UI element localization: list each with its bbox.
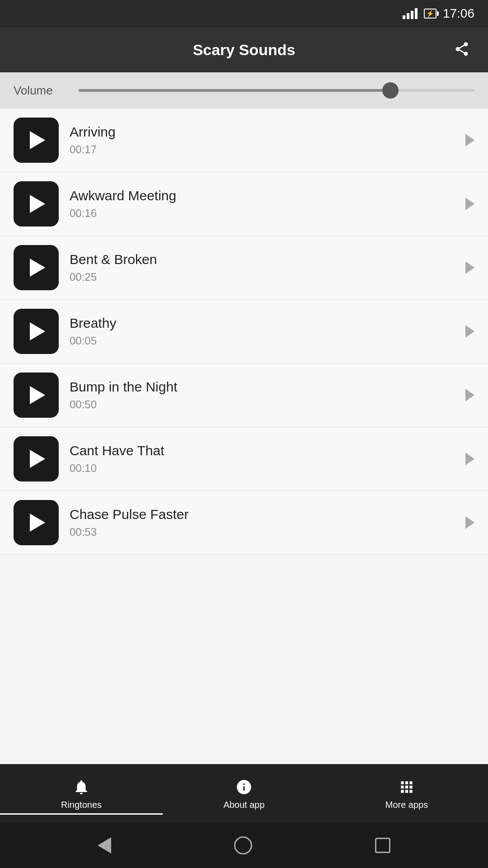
sound-info: Bump in the Night 00:50 [59,379,465,411]
sound-item[interactable]: Bump in the Night 00:50 [0,363,488,427]
sound-duration: 00:05 [70,335,455,347]
play-button-0[interactable] [14,118,59,163]
bell-icon [71,777,91,797]
status-time: 17:06 [443,6,474,21]
sound-duration: 00:17 [70,143,455,156]
play-icon [30,514,45,532]
sound-info: Awkward Meeting 00:16 [59,188,465,220]
back-icon [98,837,111,854]
sound-duration: 00:16 [70,207,455,220]
play-button-4[interactable] [14,373,59,418]
sound-duration: 00:50 [70,398,455,411]
share-button[interactable] [449,37,474,63]
chevron-right-icon [465,453,474,465]
play-icon [30,131,45,149]
recents-button[interactable] [375,838,390,853]
share-icon [454,41,470,57]
sound-item[interactable]: Breathy 00:05 [0,300,488,363]
sound-name: Arriving [70,124,455,140]
grid-icon [397,777,417,797]
play-icon [30,322,45,340]
sound-name: Awkward Meeting [70,188,455,203]
sound-info: Arriving 00:17 [59,124,465,156]
chevron-right-icon [465,198,474,210]
sound-duration: 00:53 [70,526,455,538]
status-icons: ⚡ 17:06 [403,6,474,21]
chevron-right-icon [465,325,474,338]
info-icon [234,777,254,797]
sound-name: Breathy [70,316,455,331]
chevron-right-icon [465,516,474,529]
page-title: Scary Sounds [193,41,296,59]
nav-ringtones[interactable]: Ringtones [0,773,163,815]
status-bar: ⚡ 17:06 [0,0,488,27]
home-button[interactable] [234,836,252,854]
play-button-3[interactable] [14,309,59,354]
sound-item[interactable]: Cant Have That 00:10 [0,427,488,491]
play-icon [30,386,45,404]
play-icon [30,195,45,213]
chevron-right-icon [465,134,474,146]
nav-about-label: About app [223,800,264,810]
volume-slider[interactable] [79,89,474,92]
volume-label: Volume [14,84,68,98]
sound-name: Bump in the Night [70,379,455,395]
signal-icon [403,8,418,19]
recents-icon [375,838,390,853]
sound-item[interactable]: Arriving 00:17 [0,108,488,172]
back-button[interactable] [98,837,111,854]
play-icon [30,259,45,277]
sound-info: Cant Have That 00:10 [59,443,465,475]
sound-info: Chase Pulse Faster 00:53 [59,507,465,538]
sound-item[interactable]: Awkward Meeting 00:16 [0,172,488,236]
nav-about[interactable]: About app [163,773,325,815]
play-icon [30,450,45,468]
top-bar: Scary Sounds [0,27,488,72]
play-button-2[interactable] [14,245,59,290]
sound-info: Bent & Broken 00:25 [59,252,465,283]
battery-icon: ⚡ [424,9,436,19]
volume-bar: Volume [0,72,488,108]
system-nav [0,823,488,868]
sound-list: Arriving 00:17 Awkward Meeting 00:16 Ben… [0,108,488,764]
sound-name: Chase Pulse Faster [70,507,455,522]
sound-info: Breathy 00:05 [59,316,465,347]
bottom-nav: Ringtones About app More apps [0,764,488,823]
sound-duration: 00:25 [70,271,455,283]
chevron-right-icon [465,389,474,401]
home-icon [234,836,252,854]
sound-item[interactable]: Chase Pulse Faster 00:53 [0,491,488,555]
nav-moreapps-label: More apps [385,800,428,810]
sound-name: Cant Have That [70,443,455,458]
play-button-1[interactable] [14,181,59,226]
sound-item[interactable]: Bent & Broken 00:25 [0,236,488,300]
sound-duration: 00:10 [70,462,455,475]
nav-ringtones-label: Ringtones [61,800,102,810]
nav-moreapps[interactable]: More apps [325,773,488,815]
sound-name: Bent & Broken [70,252,455,267]
play-button-5[interactable] [14,436,59,481]
play-button-6[interactable] [14,500,59,545]
chevron-right-icon [465,261,474,274]
volume-slider-container [79,89,474,92]
